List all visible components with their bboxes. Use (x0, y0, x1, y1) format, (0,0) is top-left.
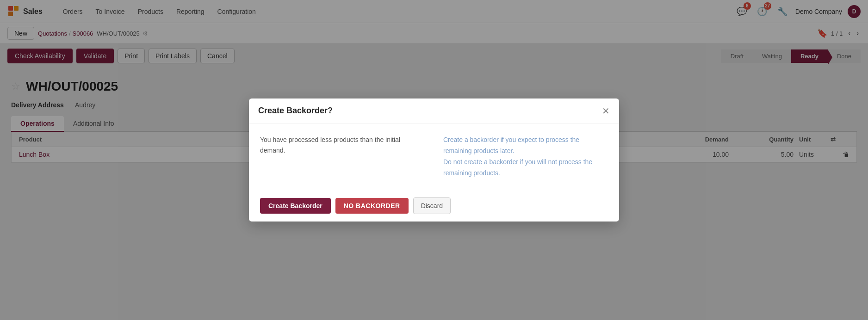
discard-button[interactable]: Discard (413, 197, 451, 214)
create-backorder-button[interactable]: Create Backorder (260, 198, 331, 214)
modal-footer: Create Backorder NO BACKORDER Discard (249, 190, 619, 222)
modal-body-left: You have processed less products than th… (260, 136, 400, 154)
modal-close-button[interactable]: ✕ (602, 106, 610, 116)
modal-left-text: You have processed less products than th… (260, 135, 425, 178)
create-backorder-modal: Create Backorder? ✕ You have processed l… (249, 98, 619, 221)
no-backorder-button[interactable]: NO BACKORDER (335, 198, 409, 214)
modal-title: Create Backorder? (258, 106, 333, 116)
modal-right-text: Create a backorder if you expect to proc… (443, 135, 608, 178)
modal-overlay: Create Backorder? ✕ You have processed l… (0, 0, 868, 253)
modal-body: You have processed less products than th… (249, 123, 619, 190)
modal-body-right-line2: Do not create a backorder if you will no… (443, 158, 592, 177)
modal-body-right-line1: Create a backorder if you expect to proc… (443, 136, 579, 154)
modal-header: Create Backorder? ✕ (249, 98, 619, 123)
